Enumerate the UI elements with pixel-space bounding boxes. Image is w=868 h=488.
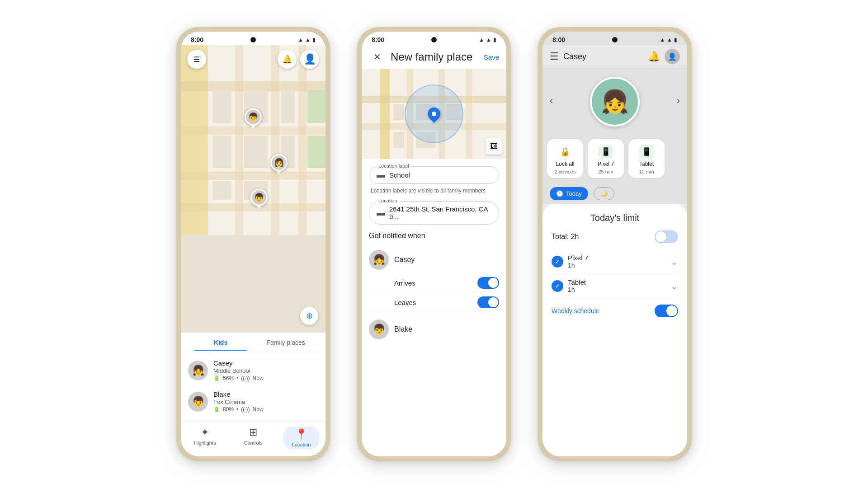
casey-avatar-emoji: 👧 bbox=[192, 365, 204, 376]
device-card-lock-all[interactable]: 🔒 Lock all 2 devices bbox=[547, 139, 583, 178]
p3-header: ☰ Casey 🔔 👤 bbox=[542, 45, 687, 68]
highlights-nav-icon: ✦ bbox=[201, 427, 209, 438]
status-bar-2: 8:00 ▲ ▲ ▮ bbox=[362, 32, 506, 45]
svg-rect-25 bbox=[466, 69, 472, 159]
casey-row: 👧 Casey bbox=[369, 245, 499, 274]
p2-form: Location label ▬ School Location labels … bbox=[362, 159, 506, 456]
svg-rect-15 bbox=[212, 181, 231, 200]
hamburger-icon: ☰ bbox=[193, 55, 200, 64]
blake-battery: 80% bbox=[223, 406, 234, 413]
map-right-buttons: 🔔 👤 bbox=[278, 50, 319, 69]
pixel7-chevron[interactable]: ⌄ bbox=[670, 256, 678, 267]
save-button[interactable]: Save bbox=[484, 53, 499, 61]
phone1-content: ☰ 🔔 👤 👦 bbox=[181, 45, 326, 456]
today-label: Today bbox=[566, 190, 582, 197]
blake-location: Fox Cinema bbox=[213, 399, 318, 405]
today-pill[interactable]: 🕐 Today bbox=[550, 187, 588, 200]
phone-2: 8:00 ▲ ▲ ▮ ✕ New family place Save bbox=[357, 27, 511, 461]
prev-profile-button[interactable]: ‹ bbox=[550, 95, 553, 107]
device-card-tablet[interactable]: 📱 Tablet 10 min bbox=[628, 139, 665, 178]
location-field[interactable]: Location ▬ 2641 25th St, San Francisco, … bbox=[369, 201, 499, 225]
nav-item-highlights[interactable]: ✦ Highlights bbox=[181, 425, 229, 451]
p3-profile-button[interactable]: 👤 bbox=[665, 49, 680, 64]
total-row: Total: 2h bbox=[552, 230, 678, 243]
controls-nav-label: Controls bbox=[244, 440, 263, 446]
tablet-chevron[interactable]: ⌄ bbox=[670, 281, 678, 291]
blake-avatar-emoji: 👦 bbox=[192, 396, 204, 408]
tablet-limit-info: Tablet 1h bbox=[568, 278, 666, 293]
tablet-limit-row: ✓ Tablet 1h ⌄ bbox=[552, 274, 678, 298]
wifi-icon: ▲ bbox=[298, 37, 303, 43]
status-time-1: 8:00 bbox=[191, 36, 203, 43]
next-profile-button[interactable]: › bbox=[677, 95, 680, 107]
location-field-value: 2641 25th St, San Francisco, CA 9... bbox=[389, 205, 491, 221]
menu-button[interactable]: ☰ bbox=[187, 50, 206, 69]
label-field-icon: ▬ bbox=[377, 170, 385, 180]
weekly-schedule-link[interactable]: Weekly schedule bbox=[552, 307, 599, 314]
arrives-toggle[interactable] bbox=[477, 277, 499, 289]
location-pin bbox=[425, 105, 443, 123]
map-pin-1[interactable]: 👦 bbox=[245, 108, 262, 129]
blake-status: 🔋 80% • ((·)) Now bbox=[213, 406, 318, 413]
status-icons-2: ▲ ▲ ▮ bbox=[479, 37, 496, 43]
casey-avatar: 👧 bbox=[188, 361, 208, 380]
locate-me-button[interactable]: ⊕ bbox=[300, 307, 318, 325]
nav-item-controls[interactable]: ⊞ Controls bbox=[229, 425, 278, 451]
svg-rect-13 bbox=[244, 136, 268, 168]
nav-item-location[interactable]: 📍 Location bbox=[277, 425, 326, 451]
total-label: Total: 2h bbox=[552, 233, 579, 241]
tablet-sub: 10 min bbox=[639, 169, 654, 174]
leaves-label: Leaves bbox=[394, 299, 416, 306]
map-area[interactable]: ☰ 🔔 👤 👦 bbox=[181, 45, 326, 332]
location-field-icon: ▬ bbox=[377, 208, 385, 218]
p3-profile-image: 👧 bbox=[590, 77, 640, 127]
leaves-toggle[interactable] bbox=[477, 296, 499, 308]
status-time-2: 8:00 bbox=[372, 36, 384, 43]
user-avatar-icon: 👤 bbox=[304, 53, 316, 65]
map-pin-2[interactable]: 👩 bbox=[270, 154, 288, 174]
pixel7-limit-name: Pixel 7 bbox=[568, 254, 666, 262]
tab-family-places[interactable]: Family places bbox=[253, 333, 318, 351]
p2-header: ✕ New family place Save bbox=[362, 45, 506, 69]
p3-bottom-card: Today's limit Total: 2h ✓ Pixel 7 1h ⌄ bbox=[542, 204, 687, 456]
p3-menu-button[interactable]: ☰ bbox=[550, 51, 559, 62]
member-item-casey[interactable]: 👧 Casey Middle School 🔋 56% • ((·)) Now bbox=[181, 355, 326, 386]
avatar-face-2: 👩 bbox=[272, 155, 286, 170]
notification-button[interactable]: 🔔 bbox=[278, 50, 297, 69]
p3-bell-button[interactable]: 🔔 bbox=[648, 51, 660, 62]
map-pin-3[interactable]: 👦 bbox=[250, 189, 268, 209]
svg-rect-26 bbox=[393, 104, 404, 120]
location-radius-circle bbox=[405, 84, 463, 143]
camera-dot-3 bbox=[612, 37, 618, 42]
battery-icon-3: ▮ bbox=[674, 37, 677, 43]
p2-map-preview[interactable]: 🖼 bbox=[362, 69, 506, 159]
weekly-schedule-toggle[interactable] bbox=[655, 305, 678, 317]
crosshair-icon: ⊕ bbox=[306, 311, 313, 321]
blake-emoji: 👦 bbox=[373, 324, 385, 335]
moon-icon: 🌙 bbox=[600, 190, 608, 197]
close-icon: ✕ bbox=[373, 52, 381, 62]
tabs: Kids Family places bbox=[181, 333, 326, 351]
highlights-nav-label: Highlights bbox=[194, 440, 216, 446]
location-label-field[interactable]: Location label ▬ School bbox=[369, 166, 499, 184]
casey-location: Middle School bbox=[213, 367, 318, 374]
close-button[interactable]: ✕ bbox=[369, 49, 385, 65]
p3-time-row: 🕐 Today 🌙 bbox=[542, 183, 687, 204]
p2-page-title: New family place bbox=[391, 51, 478, 63]
signal-icon-3: ▲ bbox=[667, 37, 672, 43]
casey-dot: • bbox=[236, 375, 238, 381]
blake-dot: • bbox=[236, 406, 238, 413]
casey-time: Now bbox=[253, 375, 264, 381]
total-toggle[interactable] bbox=[655, 230, 678, 243]
night-pill[interactable]: 🌙 bbox=[594, 187, 614, 200]
svg-rect-9 bbox=[212, 90, 231, 123]
status-icons-3: ▲ ▲ ▮ bbox=[660, 37, 677, 43]
profile-button[interactable]: 👤 bbox=[300, 50, 319, 69]
arrives-row: Arrives bbox=[369, 274, 499, 292]
pixel7-check: ✓ bbox=[552, 256, 563, 267]
member-item-blake[interactable]: 👦 Blake Fox Cinema 🔋 80% • ((·)) Now bbox=[181, 386, 326, 417]
p3-page-title: Casey bbox=[563, 52, 643, 61]
tab-kids[interactable]: Kids bbox=[188, 333, 253, 351]
map-image-button[interactable]: 🖼 bbox=[486, 138, 502, 155]
device-card-pixel7[interactable]: 📱 Pixel 7 25 min bbox=[588, 139, 624, 178]
